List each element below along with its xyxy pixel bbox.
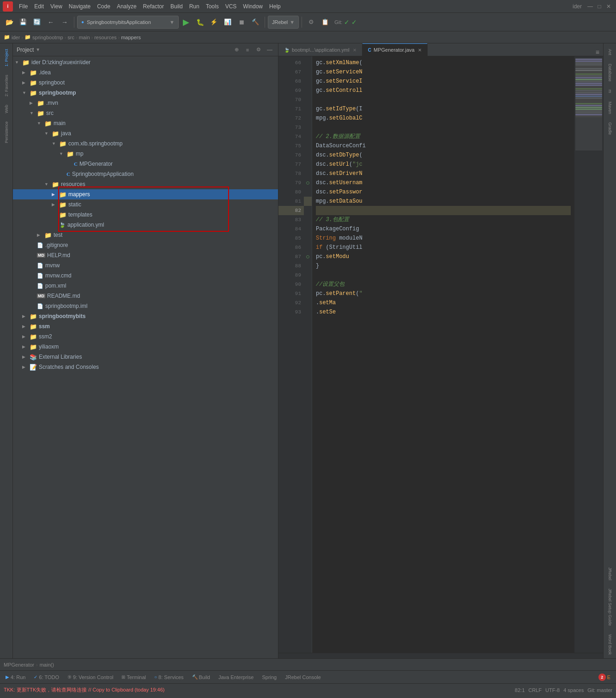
tree-item-java[interactable]: ▼ 📁 java: [13, 128, 278, 138]
tree-item-springbootmp[interactable]: ▼ 📁 springbootmp: [13, 88, 278, 98]
breadcrumb-item-src[interactable]: src: [67, 35, 74, 40]
debug-btn[interactable]: 🐛: [193, 16, 206, 29]
run-config-dropdown[interactable]: ● SpringbootmybitsApplication ▼: [77, 16, 179, 29]
sidebar-item-favorites[interactable]: 2: Favorites: [2, 71, 11, 100]
tree-item-help-md[interactable]: MD HELP.md: [13, 250, 278, 260]
git-check2[interactable]: ✓: [351, 18, 357, 26]
tab-application-yml[interactable]: 🍃 bootmp\...\application.yml ✕: [278, 44, 362, 56]
tree-item-mpgenerator[interactable]: C MPGenerator: [13, 159, 278, 169]
menu-run[interactable]: Run: [186, 2, 203, 11]
tree-item-readme-md[interactable]: MD README.md: [13, 291, 278, 301]
status-position[interactable]: 82:1: [515, 687, 525, 693]
tree-item-templates[interactable]: 📁 templates: [13, 210, 278, 220]
tree-item-mp[interactable]: ▼ 📁 mp: [13, 149, 278, 159]
profile-btn[interactable]: 📊: [221, 16, 234, 29]
tree-item-springbootmp-iml[interactable]: 📄 springbootmp.iml: [13, 301, 278, 311]
tree-item-main[interactable]: ▼ 📁 main: [13, 118, 278, 128]
sidebar-item-project[interactable]: 1: Project: [2, 45, 11, 70]
tree-item-idea[interactable]: ▶ 📁 .idea: [13, 67, 278, 78]
tree-item-test[interactable]: ▶ 📁 test: [13, 230, 278, 240]
tree-item-pom-xml[interactable]: 📄 pom.xml: [13, 281, 278, 291]
menu-code[interactable]: Code: [94, 2, 114, 11]
open-btn[interactable]: 📂: [3, 16, 16, 29]
jrebel-dropdown[interactable]: JRebel ▼: [268, 16, 299, 29]
tree-item-com-xlb[interactable]: ▼ 📁 com.xlb.springbootmp: [13, 138, 278, 149]
tree-item-mvn[interactable]: ▶ 📁 .mvn: [13, 98, 278, 108]
window-minimize[interactable]: —: [586, 2, 595, 11]
menu-vcs[interactable]: VCS: [222, 2, 240, 11]
tree-item-resources[interactable]: ▼ 📁 resources: [13, 179, 278, 189]
stop-btn[interactable]: ⏹: [235, 16, 248, 29]
tree-item-springbootmpapp[interactable]: C SpringbootmpApplication: [13, 169, 278, 179]
tree-item-ider[interactable]: ▼ 📁 ider D:\zking\xuexin\ider: [13, 57, 278, 67]
status-git[interactable]: Git: master: [587, 687, 612, 693]
tree-item-static[interactable]: ▶ 📁 static: [13, 199, 278, 210]
panel-minimize-btn[interactable]: —: [265, 45, 274, 54]
bottom-tab-run[interactable]: ▶ 4: Run: [2, 674, 29, 681]
right-tab-database[interactable]: Database: [606, 60, 614, 85]
menu-refactor[interactable]: Refactor: [140, 2, 167, 11]
bottom-tab-error[interactable]: 2 E: [595, 673, 614, 682]
tree-item-gitignore[interactable]: 📄 .gitignore: [13, 240, 278, 250]
right-tab-gradle[interactable]: Gradle: [606, 119, 614, 138]
window-close[interactable]: ✕: [604, 2, 613, 11]
right-tab-jrebel-setup[interactable]: JRebel Setup Guide: [606, 585, 614, 630]
tree-item-springbootmybits[interactable]: ▶ 📁 springbootmybits: [13, 311, 278, 321]
sidebar-item-web[interactable]: Web: [2, 101, 11, 117]
horizontal-scrollbar[interactable]: [278, 653, 603, 658]
right-tab-m[interactable]: m: [606, 86, 614, 97]
menu-build[interactable]: Build: [167, 2, 186, 11]
build-btn[interactable]: 🔨: [249, 16, 262, 29]
bottom-tab-terminal[interactable]: ⊞ Terminal: [118, 674, 150, 681]
sync-btn[interactable]: 🔄: [30, 16, 43, 29]
toolbar-action1[interactable]: ⚙: [305, 16, 318, 29]
tree-item-application-yml[interactable]: 🍃 application.yml: [13, 220, 278, 230]
menu-tools[interactable]: Tools: [203, 2, 222, 11]
bottom-tab-java-enterprise[interactable]: Java Enterprise: [215, 674, 257, 681]
breadcrumb-item-springbootmp[interactable]: springbootmp: [32, 35, 63, 40]
menu-help[interactable]: Help: [266, 2, 284, 11]
menu-view[interactable]: View: [47, 2, 66, 11]
status-charset[interactable]: UTF-8: [545, 687, 560, 693]
bottom-tab-build[interactable]: 🔨 Build: [188, 674, 214, 681]
sidebar-item-persistence[interactable]: Persistence: [2, 118, 11, 147]
tree-item-ssm[interactable]: ▶ 📁 ssm: [13, 321, 278, 331]
panel-collapse-btn[interactable]: ≡: [243, 45, 252, 54]
breadcrumb-item-resources[interactable]: resources: [94, 35, 116, 40]
run-coverage-btn[interactable]: ⚡: [207, 16, 220, 29]
tree-item-mvnw-cmd[interactable]: 📄 mvnw.cmd: [13, 271, 278, 281]
breadcrumb-item-mappers[interactable]: mappers: [121, 35, 141, 40]
right-tab-ant[interactable]: Ant: [606, 45, 614, 59]
back-btn[interactable]: ←: [44, 16, 57, 29]
save-btn[interactable]: 💾: [17, 16, 30, 29]
tab-mpgenerator-java[interactable]: C MPGenerator.java ✕: [362, 43, 428, 56]
bottom-tab-todo[interactable]: ✓ 6: TODO: [30, 674, 63, 681]
menu-analyze[interactable]: Analyze: [114, 2, 140, 11]
code-content[interactable]: gc.setXmlName( gc.setServiceN gc.setServ…: [312, 56, 574, 653]
bottom-tab-services[interactable]: ○ 8: Services: [151, 674, 187, 681]
window-maximize[interactable]: □: [595, 2, 604, 11]
bottom-tab-jrebel-console[interactable]: JRebel Console: [281, 674, 325, 681]
bottom-tab-version-control[interactable]: ⑨ 9: Version Control: [64, 674, 117, 681]
tree-item-external-libraries[interactable]: ▶ 📚 External Libraries: [13, 352, 278, 362]
toolbar-action2[interactable]: 📋: [319, 16, 332, 29]
menu-navigate[interactable]: Navigate: [66, 2, 94, 11]
breadcrumb-item-main[interactable]: main: [79, 35, 90, 40]
tree-item-src[interactable]: ▼ 📁 src: [13, 108, 278, 118]
panel-settings-btn[interactable]: ⚙: [254, 45, 263, 54]
panel-scope-btn[interactable]: ⊕: [232, 45, 241, 54]
right-tab-word-book[interactable]: Word Book: [606, 631, 614, 658]
right-tab-maven[interactable]: Maven: [606, 98, 614, 118]
tree-item-mvnw[interactable]: 📄 mvnw: [13, 260, 278, 271]
bottom-tab-spring[interactable]: Spring: [258, 674, 280, 681]
yml-tab-close[interactable]: ✕: [353, 48, 356, 53]
forward-btn[interactable]: →: [58, 16, 71, 29]
status-encoding[interactable]: CRLF: [528, 687, 542, 693]
java-tab-close[interactable]: ✕: [418, 48, 422, 53]
status-indent[interactable]: 4 spaces: [563, 687, 584, 693]
menu-window[interactable]: Window: [240, 2, 266, 11]
menu-edit[interactable]: Edit: [31, 2, 47, 11]
tree-item-springboot[interactable]: ▶ 📁 springboot: [13, 78, 278, 88]
panel-dropdown-icon[interactable]: ▼: [36, 47, 40, 52]
git-check1[interactable]: ✓: [344, 18, 350, 26]
